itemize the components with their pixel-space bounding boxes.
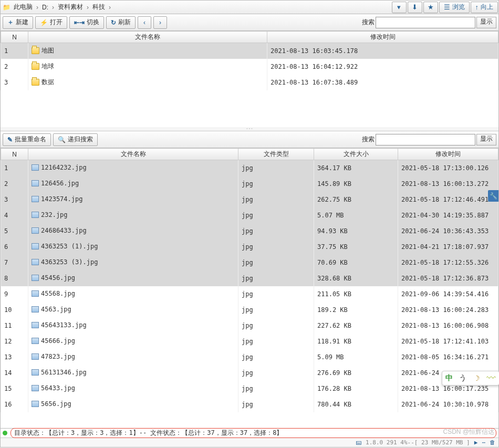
crumb-3[interactable]: 科技 — [90, 3, 107, 12]
path-bar: 📁 此电脑 › D: › 资料素材 › 科技 › ▾ ⬇ ★ ☰浏览 ↑向上 — [1, 1, 498, 14]
image-icon — [32, 164, 39, 171]
image-icon — [32, 338, 39, 344]
image-icon — [32, 369, 39, 376]
table-row[interactable]: 10 4563.jpg jpg 189.2 KB 2021-08-13 16:0… — [1, 302, 498, 318]
table-row[interactable]: 6 4363253 (1).jpg jpg 37.75 KB 2021-04-2… — [1, 239, 498, 255]
row-name: 45568.jpg — [28, 286, 238, 302]
row-type: jpg — [238, 207, 314, 223]
crumb-1[interactable]: D: — [40, 4, 50, 11]
image-icon — [32, 212, 39, 218]
more-icon[interactable]: ⋯ — [482, 439, 485, 446]
table-row[interactable]: 3 数据 2021-08-13 16:07:38.489 — [1, 75, 498, 90]
table-row[interactable]: 1 地图 2021-08-13 16:03:45.178 — [1, 43, 498, 59]
row-time: 2021-08-13 16:04:12.922 — [267, 59, 498, 75]
refresh-button[interactable]: ↻刷新 — [106, 16, 136, 29]
lower-display-button[interactable]: 显示 — [476, 134, 496, 145]
folder-icon — [32, 47, 39, 54]
table-row[interactable]: 16 5656.jpg jpg 780.44 KB 2021-06-24 10:… — [1, 397, 498, 412]
lower-toolbar: ✎批量重命名 🔍递归搜索 搜索 显示 — [1, 131, 498, 148]
row-type: jpg — [238, 302, 314, 318]
col-type[interactable]: 文件类型 — [238, 149, 314, 160]
open-button[interactable]: ⚡打开 — [35, 16, 67, 29]
path-dropdown-button[interactable]: ▾ — [392, 2, 407, 13]
row-size: 70.69 KB — [314, 255, 398, 270]
table-row[interactable]: 2 126456.jpg jpg 145.89 KB 2021-08-13 16… — [1, 176, 498, 192]
breadcrumb[interactable]: 📁 此电脑 › D: › 资料素材 › 科技 › — [1, 3, 391, 12]
table-row[interactable]: 4 232.jpg jpg 5.07 MB 2021-04-30 14:19:3… — [1, 207, 498, 223]
favorite-button[interactable]: ★ — [423, 2, 438, 13]
table-row[interactable]: 13 47823.jpg jpg 5.09 MB 2021-08-05 16:3… — [1, 349, 498, 365]
table-row[interactable]: 12 45666.jpg jpg 118.91 KB 2021-05-18 17… — [1, 334, 498, 349]
col-time[interactable]: 修改时间 — [267, 32, 498, 43]
table-row[interactable]: 2 地球 2021-08-13 16:04:12.922 — [1, 59, 498, 75]
up-button[interactable]: ↑向上 — [471, 2, 498, 13]
col-name[interactable]: 文件名称 — [28, 149, 238, 160]
refresh-icon: ↻ — [111, 19, 116, 26]
table-row[interactable]: 15 56433.jpg jpg 176.28 KB 2021-08-13 16… — [1, 381, 498, 397]
upper-display-button[interactable]: 显示 — [476, 17, 496, 28]
image-icon — [32, 401, 39, 407]
row-name: 45643133.jpg — [28, 318, 238, 334]
row-index: 7 — [1, 255, 28, 270]
pencil-icon: ✎ — [7, 136, 13, 143]
crumb-root[interactable]: 此电脑 — [12, 3, 35, 12]
row-time: 2021-04-21 17:18:07.937 — [398, 239, 498, 255]
table-row[interactable]: 1 12164232.jpg jpg 364.17 KB 2021-05-18 … — [1, 160, 498, 176]
row-type: jpg — [238, 192, 314, 207]
download-button[interactable]: ⬇ — [408, 2, 422, 13]
bolt-icon: ⚡ — [40, 19, 48, 26]
batch-rename-button[interactable]: ✎批量重命名 — [3, 133, 51, 146]
up-icon: ↑ — [475, 3, 479, 11]
recursive-search-button[interactable]: 🔍递归搜索 — [53, 133, 98, 146]
switch-button[interactable]: ⇤⇥切换 — [69, 16, 104, 29]
image-icon — [32, 290, 39, 297]
upper-toolbar: ＋新建 ⚡打开 ⇤⇥切换 ↻刷新 ‹ › 搜索 显示 — [1, 14, 498, 31]
row-time: 2021-08-13 16:07:38.489 — [267, 75, 498, 90]
row-size: 118.91 KB — [314, 334, 398, 349]
row-time: 2021-06-24 10:30:10.978 — [398, 397, 498, 412]
row-name: 地球 — [28, 59, 267, 75]
upper-search-input[interactable] — [376, 17, 475, 28]
row-type: jpg — [238, 397, 314, 412]
play-icon[interactable]: ▶ — [474, 439, 478, 446]
row-index: 10 — [1, 302, 28, 318]
col-n[interactable]: N — [1, 149, 28, 160]
row-time: 2021-09-06 14:39:54.416 — [398, 286, 498, 302]
table-row[interactable]: 9 45568.jpg jpg 211.05 KB 2021-09-06 14:… — [1, 286, 498, 302]
col-n[interactable]: N — [1, 32, 28, 43]
row-type: jpg — [238, 349, 314, 365]
crumb-2[interactable]: 资料素材 — [56, 3, 85, 12]
ime-widget[interactable]: 中 う ☽ 〰 — [442, 371, 499, 386]
row-index: 16 — [1, 397, 28, 412]
table-row[interactable]: 5 24686433.jpg jpg 94.93 KB 2021-06-24 1… — [1, 223, 498, 239]
watermark: CSDN @恒辉信达 — [443, 428, 494, 436]
trash-icon[interactable]: 🗑 — [490, 439, 495, 446]
next-button[interactable]: › — [153, 16, 167, 29]
lower-search-input[interactable] — [376, 134, 475, 145]
col-time[interactable]: 修改时间 — [398, 149, 498, 160]
ime-zh: 中 — [445, 373, 453, 383]
search-label: 搜索 — [362, 18, 375, 27]
col-size[interactable]: 文件大小 — [314, 149, 398, 160]
table-row[interactable]: 3 1423574.jpg jpg 262.75 KB 2021-05-18 1… — [1, 192, 498, 207]
row-size: 328.68 KB — [314, 270, 398, 286]
splitter[interactable] — [1, 127, 498, 131]
new-button[interactable]: ＋新建 — [3, 16, 33, 29]
row-index: 14 — [1, 365, 28, 381]
row-time: 2021-04-30 14:19:35.887 — [398, 207, 498, 223]
prev-button[interactable]: ‹ — [138, 16, 151, 29]
browse-button[interactable]: ☰浏览 — [439, 2, 470, 13]
row-name: 数据 — [28, 75, 267, 90]
table-row[interactable]: 8 45456.jpg jpg 328.68 KB 2021-05-18 17:… — [1, 270, 498, 286]
row-name: 56131346.jpg — [28, 365, 238, 381]
row-type: jpg — [238, 365, 314, 381]
star-icon: ★ — [428, 3, 434, 11]
table-row[interactable]: 7 4363253 (3).jpg jpg 70.69 KB 2021-05-1… — [1, 255, 498, 270]
col-name[interactable]: 文件名称 — [28, 32, 267, 43]
table-row[interactable]: 14 56131346.jpg jpg 276.69 KB 2021-06-24 — [1, 365, 498, 381]
side-tool-button[interactable]: 🔧 — [488, 190, 498, 202]
chevron-right-icon: › — [36, 4, 39, 11]
row-time: 2021-05-18 17:12:41.103 — [398, 334, 498, 349]
table-row[interactable]: 11 45643133.jpg jpg 227.62 KB 2021-08-13… — [1, 318, 498, 334]
row-name: 45666.jpg — [28, 334, 238, 349]
